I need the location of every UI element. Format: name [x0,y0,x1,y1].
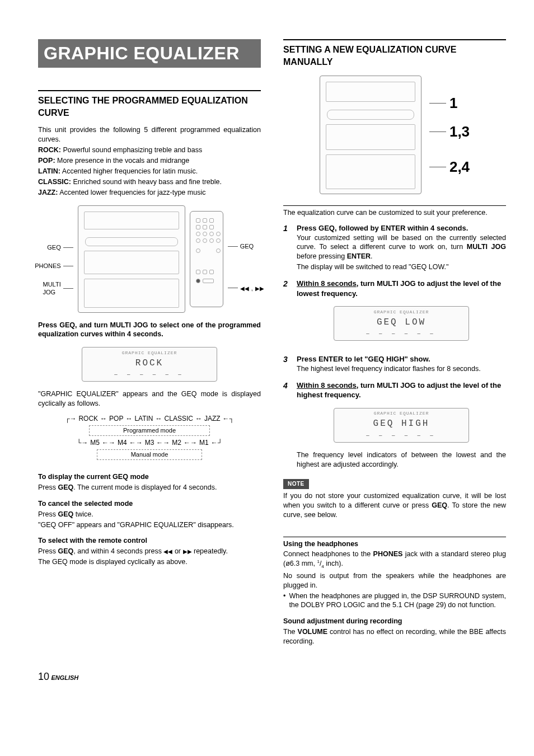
subhead-cancel-mode: To cancel the selected mode [38,499,261,509]
step-1: 1 Press GEQ, followed by ENTER within 4 … [283,223,506,273]
section-heading-selecting: SELECTING THE PROGRAMMED EQUALIZATION CU… [38,95,261,119]
note-badge: NOTE [283,479,309,489]
remote-text-1: Press GEQ, and within 4 seconds press or… [38,547,261,556]
step-2: 2 Within 8 seconds, turn MULTI JOG to ad… [283,279,506,349]
manual-intro: The equalization curve can be customized… [283,208,506,218]
headphones-bullet: • When the headphones are plugged in, th… [283,591,506,611]
rewind-icon [163,547,172,555]
mode-cycle-diagram: ┌→ ROCK↔ POP↔ LATIN↔ CLASSIC↔ JAZZ ←┐ Pr… [51,414,247,462]
figure-unit-callouts: 1 1,3 2,4 [283,76,506,194]
mode-jazz: JAZZ: Accented lower frequencies for jaz… [38,188,261,198]
subhead-recording: Sound adjustment during recording [283,617,506,626]
left-column: GRAPHIC EQUALIZER SELECTING THE PROGRAMM… [38,39,261,647]
page-number: 10 [38,671,49,682]
intro-text: This unit provides the following 5 diffe… [38,125,261,144]
display-mode-text: Press GEQ. The current mode is displayed… [38,483,261,492]
figure-unit-remote: GEQ PHONES MULTI JOG [38,205,261,313]
step-callouts: 1 1,3 2,4 [429,93,470,177]
cancel-mode-text-2: "GEQ OFF" appears and "GRAPHIC EQUALIZER… [38,520,261,530]
section-heading-manual: SETTING A NEW EQUALIZATION CURVE MANUALL… [283,44,506,68]
remote-text-2: The GEQ mode is displayed cyclically as … [38,557,261,567]
callout-labels-right: GEQ , [228,226,264,293]
mode-latin: LATIN: Accented higher frequencies for l… [38,167,261,176]
fast-forward-icon [255,284,264,293]
page-columns: GRAPHIC EQUALIZER SELECTING THE PROGRAMM… [38,39,506,647]
cancel-mode-text-1: Press GEQ twice. [38,510,261,519]
rule-thin [283,537,506,537]
rule-thin [283,205,506,206]
figure-display-rock: GRAPHIC EQUALIZER ROCK — — — — — — [38,347,261,382]
mode-rock: ROCK: Powerful sound emphasizing treble … [38,145,261,155]
rule [38,90,261,91]
mode-pop: POP: More presence in the vocals and mid… [38,156,261,166]
rule [283,39,506,40]
unit-illustration [78,205,185,313]
headphones-text-1: Connect headphones to the PHONES jack wi… [283,550,506,570]
headphones-text-2: No sound is output from the speakers whi… [283,571,506,590]
geq-instruction: Press GEQ, and turn MULTI JOG to select … [38,321,261,340]
cyclic-text: "GRAPHIC EQUALIZER" appears and the GEQ … [38,389,261,408]
subhead-remote: To select with the remote control [38,536,261,546]
step-3: 3 Press ENTER to let "GEQ HIGH" show. Th… [283,354,506,374]
mode-classic: CLASSIC: Enriched sound with heavy bass … [38,177,261,187]
callout-labels-left: GEQ PHONES MULTI JOG [35,221,73,297]
recording-text: The VOLUME control has no effect on reco… [283,627,506,646]
subhead-headphones: Using the headphones [283,539,506,549]
note-text: If you do not store your customized equa… [283,491,506,520]
subhead-display-mode: To display the current GEQ mode [38,472,261,482]
page-language: ENGLISH [51,674,78,681]
step-4: 4 Within 8 seconds, turn MULTI JOG to ad… [283,381,506,471]
steps: 1 Press GEQ, followed by ENTER within 4 … [283,223,506,470]
page-banner: GRAPHIC EQUALIZER [38,39,261,68]
page-footer: 10 ENGLISH [38,670,506,683]
remote-illustration [190,211,223,307]
rewind-icon [240,284,249,293]
figure-display-geq-high: GRAPHIC EQUALIZER GEQ HIGH — — — — — — [334,408,469,443]
figure-display-geq-low: GRAPHIC EQUALIZER GEQ LOW — — — — — — [334,306,469,341]
fast-forward-icon [183,547,192,555]
right-column: SETTING A NEW EQUALIZATION CURVE MANUALL… [283,39,506,647]
